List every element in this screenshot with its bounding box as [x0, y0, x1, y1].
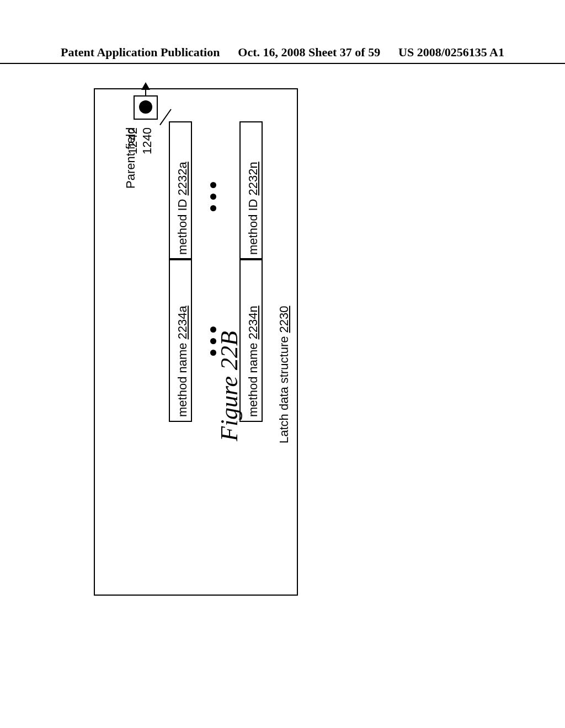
header-right: US 2008/0256135 A1 — [398, 45, 504, 60]
method-id-n-text: method ID — [246, 195, 260, 255]
diagram-frame: 1242 1240 Parent field method ID 2232a m… — [94, 88, 298, 596]
method-id-a-num: 2232a — [175, 162, 189, 195]
method-name-n-label: method name 2234n — [246, 306, 260, 417]
latch-label: Latch data structure 2230 — [277, 306, 291, 443]
latch-num: 2230 — [277, 306, 291, 333]
method-name-a-num: 2234a — [175, 306, 189, 339]
parent-dot-icon — [139, 100, 152, 114]
arrow-up-icon — [141, 82, 150, 90]
page-header: Patent Application Publication Oct. 16, … — [0, 45, 565, 64]
method-id-a-label: method ID 2232a — [175, 162, 190, 255]
method-id-n-num: 2232n — [246, 162, 260, 195]
latch-text: Latch data structure — [277, 333, 291, 443]
method-id-a-text: method ID — [175, 195, 189, 255]
ref-1240: 1240 — [140, 127, 154, 154]
header-left: Patent Application Publication — [61, 45, 220, 60]
parent-field-label: Parent field — [124, 127, 138, 189]
header-center: Oct. 16, 2008 Sheet 37 of 59 — [238, 45, 380, 60]
method-name-a-text: method name — [175, 339, 189, 417]
method-name-a-label: method name 2234a — [175, 306, 190, 417]
method-name-n-text: method name — [246, 339, 260, 417]
figure-caption: Figure 22B — [215, 331, 243, 441]
ellipsis-id-icon — [210, 182, 216, 211]
content-area: 1242 1240 Parent field method ID 2232a m… — [94, 88, 480, 618]
method-id-n-label: method ID 2232n — [246, 162, 260, 255]
method-name-n-num: 2234n — [246, 306, 260, 339]
